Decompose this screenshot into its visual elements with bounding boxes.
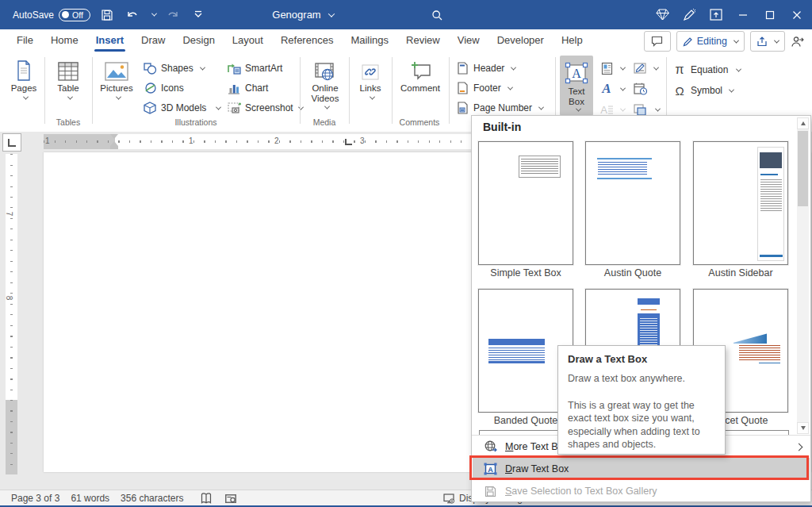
word-count-status[interactable]: 61 words <box>71 493 109 504</box>
hanging-indent-marker[interactable] <box>110 141 118 149</box>
screen-recording-icon[interactable] <box>224 494 237 504</box>
scrollbar-thumb[interactable] <box>798 131 808 206</box>
ribbon-display-options-icon[interactable] <box>707 6 725 24</box>
premium-diamond-icon[interactable] <box>653 6 671 24</box>
save-icon[interactable] <box>98 6 116 24</box>
table-icon <box>58 56 79 81</box>
share-button[interactable] <box>750 31 785 52</box>
first-line-indent-marker[interactable] <box>110 134 118 139</box>
page-count-status[interactable]: Page 3 of 3 <box>11 493 59 504</box>
menu-item-save-selection-gallery: Save Selection to Text Box Gallery <box>473 480 810 502</box>
tab-developer[interactable]: Developer <box>488 29 553 52</box>
search-icon[interactable] <box>428 6 446 24</box>
undo-dropdown-icon[interactable] <box>151 11 157 17</box>
equation-pi-icon: π <box>672 63 687 77</box>
gallery-item-austin-quote[interactable]: Austin Quote <box>584 141 682 278</box>
screenshot-button[interactable]: Screenshot <box>227 98 303 117</box>
vertical-ruler[interactable]: 7 8 <box>6 154 17 400</box>
icons-button[interactable]: Icons <box>143 79 184 98</box>
tab-design[interactable]: Design <box>174 29 223 52</box>
shapes-button[interactable]: Shapes <box>143 59 205 78</box>
quick-parts-icon <box>599 61 614 75</box>
gallery-item-label: Simple Text Box <box>477 267 575 278</box>
smartart-button[interactable]: SmartArt <box>227 59 282 78</box>
redo-icon <box>164 6 182 24</box>
tab-mailings[interactable]: Mailings <box>342 29 397 52</box>
close-button[interactable] <box>788 6 806 24</box>
simple-text-box-preview <box>478 141 573 265</box>
comments-button[interactable] <box>644 31 671 52</box>
vertical-ruler-margin <box>6 400 17 474</box>
footer-icon <box>455 81 469 95</box>
draw-text-box-annotation <box>469 455 809 480</box>
tooltip-title: Draw a Text Box <box>568 353 715 365</box>
tab-draw[interactable]: Draw <box>132 29 174 52</box>
date-time-icon <box>633 82 647 96</box>
maximize-button[interactable] <box>761 6 779 24</box>
svg-text:A: A <box>572 67 581 80</box>
signature-line-icon <box>633 61 647 75</box>
pictures-button[interactable]: Pictures <box>97 56 136 114</box>
character-count-status[interactable]: 356 characters <box>121 493 183 504</box>
pages-button[interactable]: Pages <box>6 56 41 114</box>
title-dropdown-icon <box>327 10 334 17</box>
tab-file[interactable]: File <box>8 29 42 52</box>
document-title[interactable]: Genogram <box>272 9 333 21</box>
tab-home[interactable]: Home <box>42 29 87 52</box>
symbol-omega-icon: Ω <box>672 83 687 98</box>
scroll-down-button[interactable] <box>797 422 809 434</box>
tab-help[interactable]: Help <box>553 29 592 52</box>
symbol-button[interactable]: Ω Symbol <box>672 81 733 100</box>
links-button[interactable]: Links <box>354 56 387 114</box>
minimize-button[interactable] <box>734 6 752 24</box>
online-videos-button[interactable]: Online Videos <box>304 56 346 114</box>
wordart-button[interactable]: A <box>599 79 625 98</box>
text-box-icon: A <box>565 59 588 84</box>
toggle-dot-icon <box>62 11 69 18</box>
scroll-up-button[interactable] <box>797 117 809 129</box>
autosave-toggle[interactable]: AutoSave Off <box>13 9 90 21</box>
table-button[interactable]: Table <box>49 56 87 114</box>
equation-button[interactable]: π Equation <box>672 60 741 79</box>
tab-stop-marker[interactable] <box>345 139 352 145</box>
tab-selector-button[interactable] <box>2 133 21 152</box>
save-gallery-icon <box>483 484 497 498</box>
page-number-icon <box>455 101 469 115</box>
date-time-button[interactable] <box>633 79 647 98</box>
3d-models-button[interactable]: 3D Models <box>143 98 220 117</box>
customize-quick-access-icon[interactable] <box>190 6 207 24</box>
footer-button[interactable]: Footer <box>455 79 512 98</box>
tab-references[interactable]: References <box>272 29 342 52</box>
editing-label: Editing <box>697 36 727 47</box>
tab-view[interactable]: View <box>449 29 488 52</box>
chart-button[interactable]: Chart <box>227 79 268 98</box>
gallery-item-label: Austin Quote <box>584 267 682 278</box>
text-box-button[interactable]: A Text Box <box>560 56 593 116</box>
editing-mode-button[interactable]: Editing <box>676 31 745 52</box>
links-icon <box>361 56 380 81</box>
submenu-arrow-icon <box>795 443 803 451</box>
autosave-label: AutoSave <box>13 10 54 21</box>
proofing-icon[interactable] <box>201 493 212 505</box>
quick-parts-button[interactable] <box>599 59 625 78</box>
comment-button[interactable]: Comment <box>396 56 444 114</box>
header-button[interactable]: Header <box>455 59 515 78</box>
3d-models-icon <box>143 101 157 115</box>
tab-review[interactable]: Review <box>397 29 449 52</box>
globe-download-icon <box>483 440 497 454</box>
header-icon <box>455 61 469 75</box>
shapes-icon <box>143 61 157 75</box>
gallery-item-austin-sidebar[interactable]: Austin Sidebar <box>691 141 790 278</box>
tab-insert[interactable]: Insert <box>87 29 132 52</box>
screenshot-icon <box>227 101 241 115</box>
signature-line-button[interactable] <box>633 59 658 78</box>
smartart-icon <box>227 61 241 75</box>
ink-pen-icon[interactable] <box>680 6 698 24</box>
undo-icon[interactable] <box>124 6 141 24</box>
present-person-icon[interactable] <box>791 36 804 48</box>
tab-layout[interactable]: Layout <box>224 29 272 52</box>
gallery-item-simple-text-box[interactable]: Simple Text Box <box>477 141 575 278</box>
chart-icon <box>227 81 241 95</box>
gallery-scrollbar[interactable] <box>797 117 809 434</box>
tooltip-line2: This is a great way to get the exact tex… <box>568 399 715 451</box>
